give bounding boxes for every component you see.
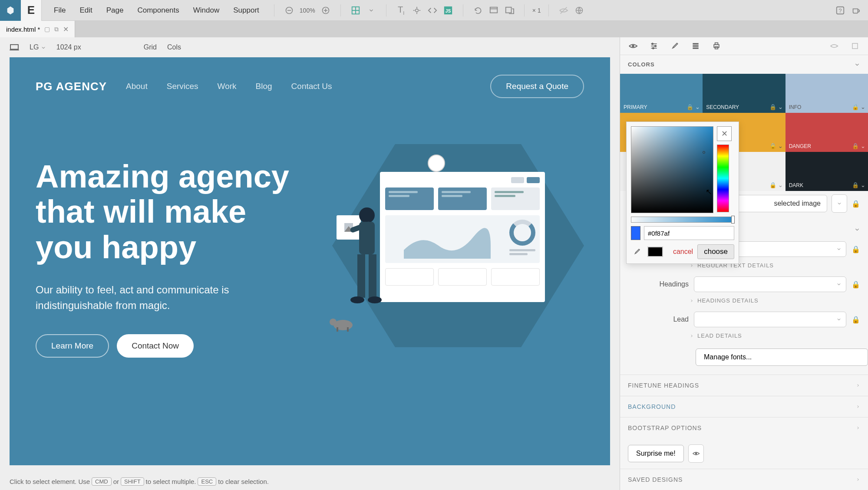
refresh-design-button[interactable] xyxy=(688,444,704,463)
breakpoint-label[interactable]: LG xyxy=(30,43,46,51)
close-icon[interactable]: ✕ xyxy=(63,25,69,33)
swatch-info[interactable]: INFO 🔒⌄ xyxy=(785,74,868,113)
menu-edit[interactable]: Edit xyxy=(73,6,99,15)
quote-button[interactable]: Request a Quote xyxy=(490,75,584,98)
swatch-dark[interactable]: DARK 🔒⌄ xyxy=(785,152,868,191)
swatch-danger[interactable]: DANGER 🔒⌄ xyxy=(785,113,868,152)
visibility-icon[interactable] xyxy=(558,5,569,16)
nav-work[interactable]: Work xyxy=(218,82,237,91)
lock-icon[interactable]: 🔒 xyxy=(769,182,776,188)
hero-subtitle[interactable]: Our ability to feel, act and communicate… xyxy=(36,282,297,313)
contact-now-button[interactable]: Contact Now xyxy=(117,334,194,358)
menu-page[interactable]: Page xyxy=(99,6,131,15)
device-icon[interactable] xyxy=(10,44,19,51)
menu-window[interactable]: Window xyxy=(186,6,226,15)
nav-services[interactable]: Services xyxy=(167,82,198,91)
tab-eye-icon[interactable] xyxy=(624,37,642,55)
chevron-down-icon[interactable]: ⌄ xyxy=(861,182,865,188)
device-icon[interactable] xyxy=(488,5,499,16)
zoom-out-icon[interactable] xyxy=(284,5,294,16)
tab-expand-icon[interactable] xyxy=(846,37,864,55)
nav-blog[interactable]: Blog xyxy=(256,82,272,91)
svg-text:JS: JS xyxy=(445,8,451,13)
lock-icon[interactable]: 🔒 xyxy=(686,104,693,110)
file-tab[interactable]: index.html * ▢ ⧉ ✕ xyxy=(0,21,75,37)
headings-select[interactable] xyxy=(694,276,846,292)
hex-input[interactable] xyxy=(644,226,734,240)
grid-toggle[interactable]: Grid xyxy=(144,43,157,51)
page-canvas[interactable]: PG AGENCY About Services Work Blog Conta… xyxy=(10,57,610,465)
nav-about[interactable]: About xyxy=(126,82,148,91)
help-icon[interactable]: ? xyxy=(835,5,845,16)
bootstrap-options-section[interactable]: BOOTSTRAP OPTIONS xyxy=(620,417,868,438)
text-icon[interactable]: TI xyxy=(396,5,406,16)
lock-icon[interactable]: 🔒 xyxy=(852,143,859,149)
alpha-handle[interactable] xyxy=(731,216,735,224)
menu-file[interactable]: File xyxy=(47,6,73,15)
surprise-me-button[interactable]: Surprise me! xyxy=(628,445,684,462)
refresh-icon[interactable] xyxy=(473,5,483,16)
preview-icon[interactable] xyxy=(504,5,515,16)
lock-icon[interactable]: 🔒 xyxy=(769,104,776,110)
zoom-in-icon[interactable] xyxy=(320,5,331,16)
tab-print-icon[interactable] xyxy=(708,37,725,55)
menu-support[interactable]: Support xyxy=(226,6,266,15)
window-icon[interactable]: ▢ xyxy=(44,26,50,33)
swatch-primary[interactable]: PRIMARY 🔒⌄ xyxy=(620,74,703,113)
editor-logo[interactable]: E xyxy=(21,0,42,21)
lock-icon[interactable]: 🔒 xyxy=(851,200,860,208)
lock-icon[interactable]: 🔒 xyxy=(851,316,860,324)
lock-icon[interactable]: 🔒 xyxy=(852,104,859,110)
tab-sliders-icon[interactable] xyxy=(645,37,663,55)
lock-icon[interactable]: 🔒 xyxy=(851,245,860,253)
finetune-headings-section[interactable]: FINETUNE HEADINGS xyxy=(620,375,868,396)
hue-slider[interactable] xyxy=(717,145,729,212)
chevron-down-icon[interactable]: ⌄ xyxy=(778,104,783,110)
pointer-icon[interactable] xyxy=(412,5,422,16)
tab-brush-icon[interactable] xyxy=(666,37,683,55)
choose-button[interactable]: choose xyxy=(697,244,734,259)
chevron-down-icon[interactable]: ⌄ xyxy=(861,143,865,149)
nav-contact[interactable]: Contact Us xyxy=(291,82,332,91)
js-icon[interactable]: JS xyxy=(443,5,453,16)
chevron-down-icon[interactable]: ⌄ xyxy=(778,182,783,188)
alpha-slider[interactable] xyxy=(631,217,734,223)
hero-illustration[interactable] xyxy=(315,159,584,358)
saturation-area[interactable] xyxy=(631,126,713,213)
globe-icon[interactable] xyxy=(574,5,584,16)
lead-select[interactable] xyxy=(694,312,846,327)
chevron-down-icon[interactable]: ⌄ xyxy=(778,143,783,149)
chevron-down-icon[interactable] xyxy=(366,5,376,16)
lock-icon[interactable]: 🔒 xyxy=(769,143,776,149)
image-dropdown[interactable] xyxy=(832,194,847,213)
manage-fonts-button[interactable]: Manage fonts... xyxy=(696,349,868,366)
close-picker-button[interactable]: ✕ xyxy=(717,126,732,141)
app-logo-icon[interactable] xyxy=(0,0,21,21)
code-icon[interactable] xyxy=(427,5,438,16)
swatch-secondary[interactable]: SECONDARY 🔒⌄ xyxy=(703,74,785,113)
tab-layers-icon[interactable] xyxy=(687,37,704,55)
cancel-button[interactable]: cancel xyxy=(673,248,693,256)
hero-title[interactable]: Amazing agency that will make you happy xyxy=(36,159,297,265)
menu-components[interactable]: Components xyxy=(130,6,186,15)
chevron-down-icon[interactable]: ⌄ xyxy=(695,104,700,110)
grid-icon[interactable] xyxy=(350,5,361,16)
tab-visibility-icon[interactable] xyxy=(825,37,843,55)
lock-icon[interactable]: 🔒 xyxy=(851,280,860,289)
colors-section-title[interactable]: COLORS xyxy=(620,55,868,74)
saved-designs-section[interactable]: SAVED DESIGNS xyxy=(620,469,868,490)
lead-details[interactable]: LEAD DETAILS xyxy=(690,330,868,344)
svg-point-28 xyxy=(368,296,382,303)
lock-icon[interactable]: 🔒 xyxy=(852,182,859,188)
color-cursor[interactable] xyxy=(703,151,705,154)
cols-toggle[interactable]: Cols xyxy=(167,43,181,51)
brand-logo[interactable]: PG AGENCY xyxy=(36,80,107,93)
coffee-icon[interactable] xyxy=(851,5,861,16)
chevron-down-icon[interactable]: ⌄ xyxy=(861,104,865,110)
headings-details[interactable]: HEADINGS DETAILS xyxy=(690,295,868,309)
background-section[interactable]: BACKGROUND xyxy=(620,396,868,417)
duplicate-icon[interactable]: ⧉ xyxy=(54,26,59,33)
divider xyxy=(340,4,341,16)
learn-more-button[interactable]: Learn More xyxy=(36,334,109,358)
eyedropper-icon[interactable] xyxy=(631,246,643,258)
